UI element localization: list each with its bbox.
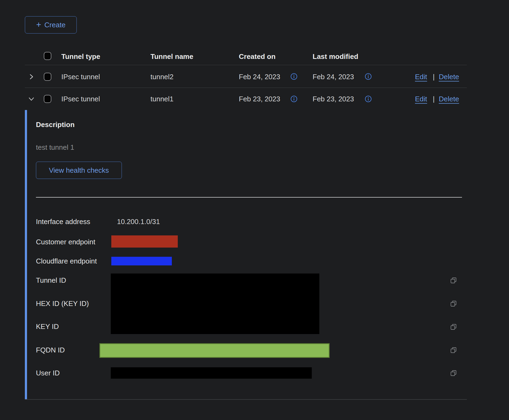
tunnels-page: + Create Tunnel type Tunnel name Created…	[0, 0, 509, 420]
last-modified-cell: Feb 23, 2023	[313, 95, 354, 103]
chevron-down-icon[interactable]	[27, 95, 35, 103]
user-id-label: User ID	[36, 369, 60, 377]
view-health-checks-label: View health checks	[49, 166, 109, 175]
column-header-last-modified: Last modified	[313, 52, 358, 61]
interface-address-value: 10.200.1.0/31	[117, 218, 160, 226]
delete-link[interactable]: Delete	[439, 95, 459, 103]
info-icon[interactable]	[290, 73, 297, 80]
copy-icon[interactable]	[450, 369, 458, 377]
created-on-cell: Feb 24, 2023	[239, 73, 280, 81]
tunnel-name-cell: tunnel1	[150, 95, 173, 103]
user-id-redaction	[111, 367, 312, 379]
expanded-row-accent-bar	[25, 110, 27, 399]
select-all-checkbox[interactable]	[44, 52, 51, 60]
section-divider	[36, 197, 462, 198]
ids-redaction	[111, 274, 319, 334]
actions-separator: |	[433, 73, 435, 81]
fqdn-id-label: FQDN ID	[36, 346, 65, 354]
create-button-label: Create	[44, 21, 65, 29]
last-modified-cell: Feb 24, 2023	[313, 73, 354, 81]
row-checkbox[interactable]	[44, 95, 51, 103]
cloudflare-endpoint-label: Cloudflare endpoint	[36, 257, 97, 265]
copy-icon[interactable]	[450, 323, 458, 331]
copy-icon[interactable]	[450, 276, 458, 285]
column-header-tunnel-name: Tunnel name	[150, 52, 193, 61]
header-divider	[25, 65, 467, 65]
cloudflare-endpoint-redaction	[111, 257, 172, 265]
tunnel-id-label: Tunnel ID	[36, 276, 66, 285]
row-divider	[25, 88, 467, 88]
row-checkbox[interactable]	[44, 73, 51, 81]
description-value: test tunnel 1	[36, 143, 74, 152]
tunnel-name-cell: tunnel2	[150, 73, 173, 81]
tunnel-type-cell: IPsec tunnel	[61, 73, 100, 81]
interface-address-label: Interface address	[36, 218, 90, 226]
plus-icon: +	[36, 20, 41, 29]
column-header-created-on: Created on	[239, 52, 276, 61]
edit-link[interactable]: Edit	[415, 73, 427, 81]
key-id-label: KEY ID	[36, 322, 59, 331]
info-icon[interactable]	[365, 95, 372, 102]
chevron-right-icon[interactable]	[27, 73, 35, 81]
copy-icon[interactable]	[450, 300, 458, 308]
info-icon[interactable]	[365, 73, 372, 80]
delete-link[interactable]: Delete	[439, 73, 459, 81]
view-health-checks-button[interactable]: View health checks	[36, 162, 122, 179]
create-button[interactable]: + Create	[25, 16, 77, 34]
actions-separator: |	[433, 95, 435, 103]
tunnel-type-cell: IPsec tunnel	[61, 95, 100, 103]
customer-endpoint-label: Customer endpoint	[36, 238, 95, 246]
customer-endpoint-redaction	[111, 235, 178, 248]
info-icon[interactable]	[290, 95, 297, 102]
copy-icon[interactable]	[450, 346, 458, 354]
hex-id-label: HEX ID (KEY ID)	[36, 299, 89, 308]
description-label: Description	[36, 121, 75, 129]
fqdn-id-redaction	[99, 343, 330, 358]
edit-link[interactable]: Edit	[415, 95, 427, 103]
column-header-tunnel-type: Tunnel type	[61, 52, 100, 61]
panel-bottom-divider	[25, 399, 467, 400]
created-on-cell: Feb 23, 2023	[239, 95, 280, 103]
